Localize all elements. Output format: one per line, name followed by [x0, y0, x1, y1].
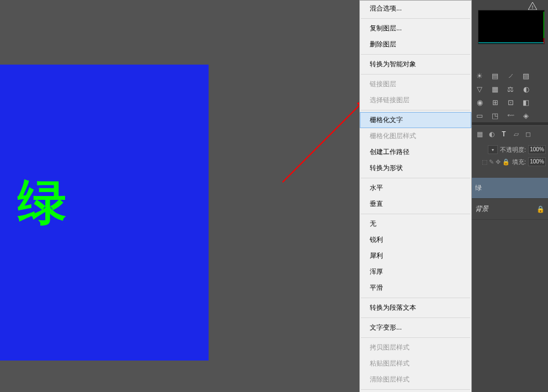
curves-icon[interactable]: ⟋	[504, 71, 517, 81]
canvas[interactable]: 绿	[0, 65, 209, 361]
lock-all-icon[interactable]: 🔒	[502, 158, 510, 166]
menu-item: 选择链接图层	[360, 92, 471, 108]
menu-item[interactable]: 删除图层	[360, 36, 471, 52]
histogram-red-peak	[544, 38, 544, 44]
menu-separator	[361, 214, 470, 214]
posterize-icon[interactable]: ▭	[473, 110, 486, 120]
hue-icon[interactable]: ▦	[489, 84, 501, 94]
menu-item[interactable]: 浑厚	[360, 264, 471, 280]
menu-item[interactable]: 文字变形...	[360, 320, 471, 336]
menu-separator	[361, 317, 470, 318]
menu-separator	[361, 298, 470, 298]
menu-item[interactable]: 混合选项...	[360, 1, 471, 17]
canvas-text-layer[interactable]: 绿	[18, 169, 66, 235]
fill-label: 填充:	[512, 158, 526, 166]
menu-item: 粘贴图层样式	[360, 356, 471, 372]
lock-icons: ⬚ ✎ ✥ 🔒	[482, 158, 510, 166]
menu-item[interactable]: 栅格化文字	[360, 112, 471, 128]
layer-controls: ▾ 不透明度: 100% ⬚ ✎ ✥ 🔒 填充: 100%	[472, 144, 548, 168]
menu-item[interactable]: 水平	[360, 180, 471, 196]
menu-separator	[361, 54, 470, 55]
menu-separator	[361, 337, 470, 338]
color-balance-icon[interactable]: ⚖	[504, 84, 517, 94]
panel-divider	[472, 123, 548, 126]
menu-separator	[361, 178, 470, 178]
filter-pixel-icon[interactable]: ▦	[475, 130, 484, 139]
adjustments-icon-grid: ☀ ▤ ⟋ ▨ ▽ ▦ ⚖ ◐ ◉ ⊞ ⊡ ◧ ▭ ◳ ⬳ ◈	[473, 71, 545, 120]
filter-adjust-icon[interactable]: ◐	[487, 130, 496, 139]
fill-field[interactable]: 100%	[528, 157, 546, 166]
layer-context-menu: 混合选项...复制图层...删除图层转换为智能对象链接图层选择链接图层栅格化文字…	[359, 0, 472, 392]
lock-paint-icon[interactable]: ✎	[489, 158, 494, 166]
channel-mixer-icon[interactable]: ⊞	[489, 97, 501, 107]
layer-name: 背景	[475, 204, 488, 214]
right-panel: ! ☀ ▤ ⟋ ▨ ▽ ▦ ⚖ ◐ ◉ ⊞ ⊡ ◧ ▭ ◳ ⬳ ◈ ▦ ◐ T …	[472, 0, 548, 392]
layer-row[interactable]: 绿	[472, 178, 548, 199]
menu-item[interactable]: 垂直	[360, 196, 471, 212]
color-lookup-icon[interactable]: ⊡	[504, 97, 517, 107]
menu-item[interactable]: 无	[360, 216, 471, 232]
selective-color-icon[interactable]: ◈	[520, 110, 532, 120]
menu-item[interactable]: 犀利	[360, 248, 471, 264]
filter-type-icon[interactable]: T	[499, 130, 508, 139]
menu-item[interactable]: 转换为形状	[360, 160, 471, 176]
menu-item: 栅格化图层样式	[360, 128, 471, 144]
layers-filter-bar: ▦ ◐ T ▱ ◻	[472, 127, 548, 141]
menu-item[interactable]: 创建工作路径	[360, 144, 471, 160]
threshold-icon[interactable]: ◳	[489, 110, 501, 120]
svg-text:!: !	[532, 4, 534, 10]
bw-icon[interactable]: ◐	[520, 84, 532, 94]
menu-separator	[361, 74, 470, 75]
filter-smart-icon[interactable]: ◻	[524, 130, 533, 139]
histogram[interactable]	[478, 10, 545, 44]
levels-icon[interactable]: ▤	[489, 71, 501, 81]
layer-row[interactable]: 背景🔒	[472, 199, 548, 220]
filter-shape-icon[interactable]: ▱	[512, 130, 520, 139]
menu-item: 链接图层	[360, 76, 471, 92]
exposure-icon[interactable]: ▨	[520, 71, 532, 81]
lock-transparent-icon[interactable]: ⬚	[482, 158, 487, 166]
menu-item[interactable]: 平滑	[360, 280, 471, 296]
menu-item[interactable]: 转换为智能对象	[360, 56, 471, 72]
gradient-map-icon[interactable]: ⬳	[504, 110, 517, 120]
lock-icon: 🔒	[536, 205, 545, 213]
photo-filter-icon[interactable]: ◉	[473, 97, 486, 107]
layer-name: 绿	[475, 183, 482, 193]
warning-icon: !	[528, 2, 537, 10]
layer-list: 绿背景🔒	[472, 178, 548, 220]
vibrance-icon[interactable]: ▽	[473, 84, 486, 94]
opacity-field[interactable]: 100%	[528, 145, 546, 154]
opacity-label: 不透明度:	[500, 146, 526, 154]
blend-mode-dropdown[interactable]: ▾	[488, 145, 498, 154]
histogram-baseline	[478, 43, 544, 43]
menu-separator	[361, 389, 470, 390]
invert-icon[interactable]: ◧	[520, 97, 532, 107]
menu-item[interactable]: 锐利	[360, 232, 471, 248]
brightness-icon[interactable]: ☀	[473, 71, 486, 81]
menu-item: 拷贝图层样式	[360, 340, 471, 356]
lock-position-icon[interactable]: ✥	[496, 158, 501, 166]
svg-line-0	[283, 99, 365, 182]
menu-separator	[361, 18, 470, 19]
menu-item[interactable]: 复制图层...	[360, 20, 471, 36]
menu-item: 清除图层样式	[360, 372, 471, 388]
menu-item[interactable]: 转换为段落文本	[360, 300, 471, 316]
menu-separator	[361, 110, 470, 110]
